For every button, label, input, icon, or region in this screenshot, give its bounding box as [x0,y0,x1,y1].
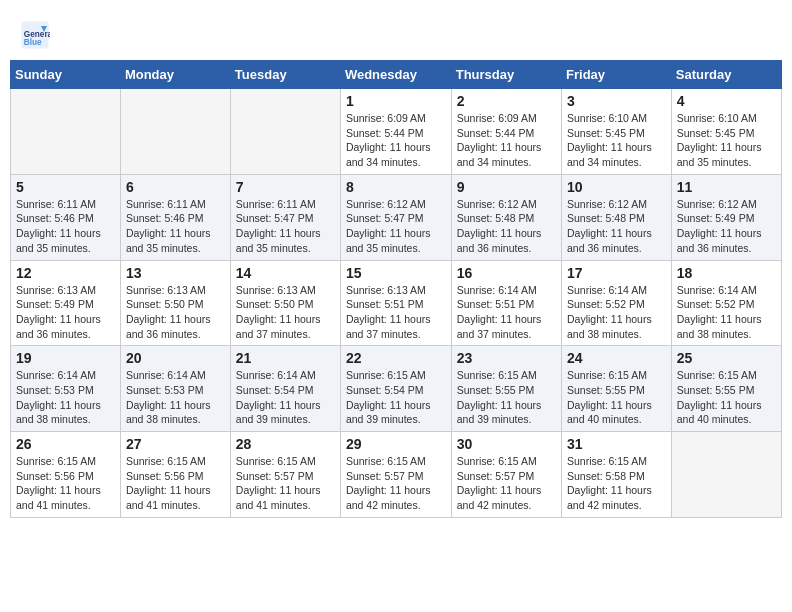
calendar-cell: 8Sunrise: 6:12 AM Sunset: 5:47 PM Daylig… [340,174,451,260]
day-info: Sunrise: 6:15 AM Sunset: 5:56 PM Dayligh… [126,454,225,513]
day-info: Sunrise: 6:13 AM Sunset: 5:49 PM Dayligh… [16,283,115,342]
day-number: 3 [567,93,666,109]
day-number: 5 [16,179,115,195]
calendar-cell: 29Sunrise: 6:15 AM Sunset: 5:57 PM Dayli… [340,432,451,518]
day-info: Sunrise: 6:15 AM Sunset: 5:55 PM Dayligh… [567,368,666,427]
calendar-cell: 18Sunrise: 6:14 AM Sunset: 5:52 PM Dayli… [671,260,781,346]
day-number: 23 [457,350,556,366]
day-info: Sunrise: 6:15 AM Sunset: 5:54 PM Dayligh… [346,368,446,427]
calendar-cell: 17Sunrise: 6:14 AM Sunset: 5:52 PM Dayli… [562,260,672,346]
day-number: 6 [126,179,225,195]
day-info: Sunrise: 6:15 AM Sunset: 5:58 PM Dayligh… [567,454,666,513]
day-info: Sunrise: 6:15 AM Sunset: 5:57 PM Dayligh… [346,454,446,513]
day-info: Sunrise: 6:14 AM Sunset: 5:52 PM Dayligh… [677,283,776,342]
day-info: Sunrise: 6:12 AM Sunset: 5:49 PM Dayligh… [677,197,776,256]
day-info: Sunrise: 6:13 AM Sunset: 5:50 PM Dayligh… [126,283,225,342]
calendar-cell [120,89,230,175]
day-number: 21 [236,350,335,366]
calendar-cell: 14Sunrise: 6:13 AM Sunset: 5:50 PM Dayli… [230,260,340,346]
day-number: 31 [567,436,666,452]
day-number: 2 [457,93,556,109]
calendar-cell: 2Sunrise: 6:09 AM Sunset: 5:44 PM Daylig… [451,89,561,175]
calendar-cell: 26Sunrise: 6:15 AM Sunset: 5:56 PM Dayli… [11,432,121,518]
day-number: 10 [567,179,666,195]
calendar-table: SundayMondayTuesdayWednesdayThursdayFrid… [10,60,782,518]
calendar-cell: 1Sunrise: 6:09 AM Sunset: 5:44 PM Daylig… [340,89,451,175]
day-info: Sunrise: 6:15 AM Sunset: 5:57 PM Dayligh… [457,454,556,513]
day-info: Sunrise: 6:11 AM Sunset: 5:46 PM Dayligh… [16,197,115,256]
calendar-cell: 4Sunrise: 6:10 AM Sunset: 5:45 PM Daylig… [671,89,781,175]
day-number: 22 [346,350,446,366]
day-number: 14 [236,265,335,281]
day-number: 25 [677,350,776,366]
day-number: 4 [677,93,776,109]
day-number: 13 [126,265,225,281]
day-number: 27 [126,436,225,452]
calendar-cell: 7Sunrise: 6:11 AM Sunset: 5:47 PM Daylig… [230,174,340,260]
calendar-cell: 31Sunrise: 6:15 AM Sunset: 5:58 PM Dayli… [562,432,672,518]
day-info: Sunrise: 6:15 AM Sunset: 5:55 PM Dayligh… [677,368,776,427]
day-info: Sunrise: 6:15 AM Sunset: 5:56 PM Dayligh… [16,454,115,513]
day-number: 30 [457,436,556,452]
day-number: 19 [16,350,115,366]
day-number: 29 [346,436,446,452]
weekday-header: Thursday [451,61,561,89]
calendar-cell: 11Sunrise: 6:12 AM Sunset: 5:49 PM Dayli… [671,174,781,260]
day-number: 17 [567,265,666,281]
calendar-cell: 16Sunrise: 6:14 AM Sunset: 5:51 PM Dayli… [451,260,561,346]
calendar-cell: 13Sunrise: 6:13 AM Sunset: 5:50 PM Dayli… [120,260,230,346]
day-info: Sunrise: 6:14 AM Sunset: 5:53 PM Dayligh… [126,368,225,427]
day-info: Sunrise: 6:12 AM Sunset: 5:48 PM Dayligh… [567,197,666,256]
day-number: 11 [677,179,776,195]
logo-icon: General Blue [20,20,50,50]
day-number: 20 [126,350,225,366]
day-info: Sunrise: 6:10 AM Sunset: 5:45 PM Dayligh… [567,111,666,170]
day-info: Sunrise: 6:14 AM Sunset: 5:52 PM Dayligh… [567,283,666,342]
day-number: 26 [16,436,115,452]
day-number: 24 [567,350,666,366]
calendar-cell: 24Sunrise: 6:15 AM Sunset: 5:55 PM Dayli… [562,346,672,432]
day-info: Sunrise: 6:09 AM Sunset: 5:44 PM Dayligh… [457,111,556,170]
weekday-header: Tuesday [230,61,340,89]
day-info: Sunrise: 6:12 AM Sunset: 5:47 PM Dayligh… [346,197,446,256]
day-info: Sunrise: 6:14 AM Sunset: 5:51 PM Dayligh… [457,283,556,342]
weekday-header: Wednesday [340,61,451,89]
day-info: Sunrise: 6:10 AM Sunset: 5:45 PM Dayligh… [677,111,776,170]
page-header: General Blue [10,10,782,55]
calendar-cell: 12Sunrise: 6:13 AM Sunset: 5:49 PM Dayli… [11,260,121,346]
day-info: Sunrise: 6:14 AM Sunset: 5:54 PM Dayligh… [236,368,335,427]
calendar-cell: 6Sunrise: 6:11 AM Sunset: 5:46 PM Daylig… [120,174,230,260]
day-number: 16 [457,265,556,281]
day-number: 7 [236,179,335,195]
day-info: Sunrise: 6:13 AM Sunset: 5:50 PM Dayligh… [236,283,335,342]
calendar-cell: 21Sunrise: 6:14 AM Sunset: 5:54 PM Dayli… [230,346,340,432]
calendar-cell: 28Sunrise: 6:15 AM Sunset: 5:57 PM Dayli… [230,432,340,518]
calendar-cell: 25Sunrise: 6:15 AM Sunset: 5:55 PM Dayli… [671,346,781,432]
weekday-header: Friday [562,61,672,89]
day-info: Sunrise: 6:12 AM Sunset: 5:48 PM Dayligh… [457,197,556,256]
weekday-header: Sunday [11,61,121,89]
calendar-cell: 15Sunrise: 6:13 AM Sunset: 5:51 PM Dayli… [340,260,451,346]
day-number: 12 [16,265,115,281]
day-number: 9 [457,179,556,195]
calendar-cell: 3Sunrise: 6:10 AM Sunset: 5:45 PM Daylig… [562,89,672,175]
day-info: Sunrise: 6:11 AM Sunset: 5:46 PM Dayligh… [126,197,225,256]
day-number: 8 [346,179,446,195]
day-info: Sunrise: 6:09 AM Sunset: 5:44 PM Dayligh… [346,111,446,170]
calendar-cell: 20Sunrise: 6:14 AM Sunset: 5:53 PM Dayli… [120,346,230,432]
day-number: 28 [236,436,335,452]
calendar-cell [671,432,781,518]
calendar-cell [230,89,340,175]
calendar-cell [11,89,121,175]
svg-text:Blue: Blue [24,38,42,47]
day-info: Sunrise: 6:13 AM Sunset: 5:51 PM Dayligh… [346,283,446,342]
day-number: 18 [677,265,776,281]
logo: General Blue [20,20,55,50]
calendar-cell: 19Sunrise: 6:14 AM Sunset: 5:53 PM Dayli… [11,346,121,432]
weekday-header: Monday [120,61,230,89]
calendar-cell: 5Sunrise: 6:11 AM Sunset: 5:46 PM Daylig… [11,174,121,260]
day-info: Sunrise: 6:15 AM Sunset: 5:55 PM Dayligh… [457,368,556,427]
day-info: Sunrise: 6:14 AM Sunset: 5:53 PM Dayligh… [16,368,115,427]
day-info: Sunrise: 6:15 AM Sunset: 5:57 PM Dayligh… [236,454,335,513]
calendar-cell: 23Sunrise: 6:15 AM Sunset: 5:55 PM Dayli… [451,346,561,432]
